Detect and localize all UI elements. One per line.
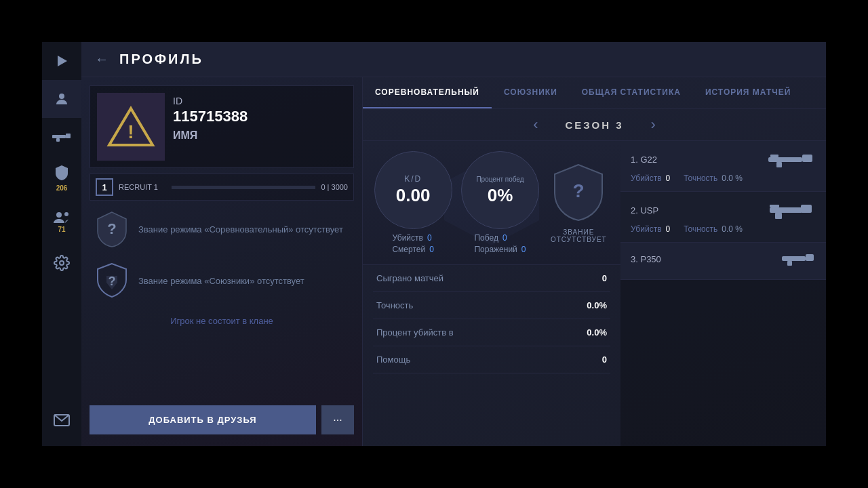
rank-badge-display: ? ЗВАНИЕ ОТСУТСТВУЕТ (548, 162, 609, 243)
stats-column: K/D 0.00 Убийств 0 (363, 141, 620, 446)
wins-label: Побед (474, 233, 498, 243)
svg-text:!: ! (127, 121, 134, 142)
svg-rect-23 (782, 256, 806, 261)
friends-icon (53, 211, 71, 224)
clan-section: Игрок не состоит в клане (90, 309, 354, 332)
gear-icon (54, 255, 70, 271)
page-header: ← ПРОФИЛЬ (81, 42, 826, 77)
kills-label: Убийств (392, 233, 423, 243)
progress-text: 0 | 3000 (321, 183, 348, 191)
weapon-2-kills-value: 0 (666, 224, 671, 234)
svg-rect-17 (776, 162, 782, 167)
svg-text:?: ? (108, 274, 115, 288)
sidebar-item-medals[interactable]: 206 (42, 156, 81, 200)
action-buttons: ДОБАВИТЬ В ДРУЗЬЯ ··· (90, 402, 354, 438)
accuracy-label: Точность (376, 300, 413, 310)
svg-point-7 (60, 261, 64, 265)
back-button[interactable]: ← (95, 52, 108, 67)
svg-rect-2 (52, 135, 66, 138)
svg-rect-18 (770, 155, 778, 157)
warning-icon: ! (106, 106, 155, 148)
losses-label: Поражений (474, 245, 517, 254)
sidebar-item-profile[interactable] (42, 80, 81, 118)
kd-value: 0.00 (396, 185, 431, 206)
season-next-arrow[interactable]: › (651, 116, 656, 134)
pistol-1-icon (768, 149, 816, 169)
weapon-1-name: 1. G22 (631, 155, 657, 165)
weapon-row-2: 2. USP (620, 192, 826, 243)
season-title: СЕЗОН 3 (565, 119, 623, 131)
kd-stat: K/D 0.00 Убийств 0 (374, 151, 452, 254)
season-selector: ‹ СЕЗОН 3 › (363, 109, 826, 141)
svg-marker-0 (58, 56, 67, 66)
wins-value: 0 (502, 233, 507, 243)
winrate-stat: Процент побед 0% Побед 0 (461, 151, 539, 254)
svg-rect-25 (787, 261, 792, 266)
sidebar-item-mail[interactable] (42, 401, 81, 439)
accuracy-value: 0.0% (587, 300, 607, 310)
sidebar-item-friends[interactable]: 71 (42, 200, 81, 244)
medals-badge: 206 (56, 184, 68, 192)
weapon-2-kills-label: Убийств (631, 224, 662, 234)
weapon-1-accuracy-value: 0.0 % (722, 174, 743, 183)
allies-rank-text: Звание режима «Союзники» отсутствует (138, 276, 304, 286)
losses-value: 0 (521, 245, 526, 254)
tab-history[interactable]: ИСТОРИЯ МАТЧЕЙ (693, 77, 803, 108)
competitive-rank-badge: ? Звание режима «Соревновательный» отсут… (90, 206, 354, 252)
pistol-2-icon (768, 200, 816, 220)
kill-pct-value: 0.0% (587, 327, 607, 338)
pistol-3-icon (782, 251, 816, 267)
shield-icon (54, 164, 70, 183)
deaths-value: 0 (429, 245, 434, 254)
svg-rect-4 (56, 138, 60, 142)
weapon-2-name: 2. USP (631, 205, 658, 216)
kills-value: 0 (427, 233, 432, 243)
friends-badge: 71 (58, 226, 65, 233)
svg-rect-24 (806, 254, 814, 261)
clan-text: Игрок не состоит в клане (170, 316, 273, 326)
weapon-1-kills-value: 0 (666, 174, 671, 183)
id-label: ID (173, 96, 248, 106)
svg-text:?: ? (573, 180, 585, 201)
weapon-row-3: 3. P350 (620, 243, 826, 280)
matches-value: 0 (602, 273, 607, 283)
svg-rect-16 (802, 155, 812, 162)
season-prev-arrow[interactable]: ‹ (533, 116, 538, 134)
weapon-1-kills-label: Убийств (631, 174, 662, 183)
sidebar-item-play[interactable] (42, 42, 81, 80)
weapons-panel: 1. G22 (620, 141, 826, 446)
svg-rect-19 (770, 207, 802, 213)
competitive-rank-text: Звание режима «Соревновательный» отсутст… (138, 224, 343, 235)
svg-rect-22 (770, 205, 779, 207)
tabs-bar: СОРЕВНОВАТЕЛЬНЫЙ СОЮЗНИКИ ОБЩАЯ СТАТИСТИ… (363, 77, 826, 109)
svg-text:?: ? (107, 220, 116, 237)
stats-table: Сыграно матчей 0 Точность 0.0% Процент у… (363, 265, 620, 446)
right-panel: СОРЕВНОВАТЕЛЬНЫЙ СОЮЗНИКИ ОБЩАЯ СТАТИСТИ… (363, 77, 826, 446)
winrate-label: Процент побед (469, 175, 530, 184)
person-icon (54, 91, 70, 107)
deaths-label: Смертей (392, 245, 425, 254)
profile-panel: ! ID 115715388 ИМЯ 1 (81, 77, 363, 446)
svg-rect-21 (775, 213, 782, 219)
tab-overall[interactable]: ОБЩАЯ СТАТИСТИКА (570, 77, 693, 108)
sidebar-item-settings[interactable] (42, 244, 81, 282)
assist-value: 0 (602, 354, 607, 365)
sidebar-item-weapons[interactable] (42, 118, 81, 156)
svg-rect-20 (801, 205, 812, 213)
name-label: ИМЯ (173, 129, 248, 142)
add-friend-button[interactable]: ДОБАВИТЬ В ДРУЗЬЯ (90, 405, 316, 434)
tab-competitive[interactable]: СОРЕВНОВАТЕЛЬНЫЙ (363, 77, 492, 108)
weapon-2-accuracy-value: 0.0 % (722, 224, 743, 234)
gun-icon (52, 131, 71, 143)
svg-point-6 (64, 212, 68, 216)
weapon-row-1: 1. G22 (620, 141, 826, 192)
rank-progress: 1 RECRUIT 1 0 | 3000 (90, 174, 354, 201)
avatar-box: ! (97, 93, 165, 161)
more-options-button[interactable]: ··· (321, 405, 354, 434)
tab-allies[interactable]: СОЮЗНИКИ (492, 77, 570, 108)
profile-info-box: ! ID 115715388 ИМЯ (90, 85, 354, 168)
winrate-value: 0% (488, 185, 513, 206)
play-icon (54, 53, 70, 69)
rank-box: 1 (96, 178, 113, 196)
allies-rank-badge: ? Звание режима «Союзники» отсутствует (90, 258, 354, 304)
